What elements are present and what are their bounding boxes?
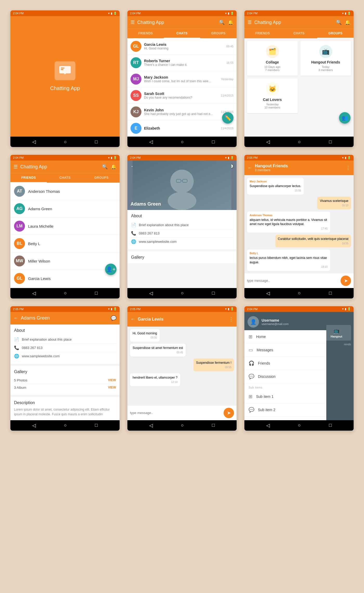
friend-item-betty[interactable]: BL Betty L — [10, 235, 120, 252]
drawer-item-sub2[interactable]: 💬 Sub item 2 — [244, 403, 326, 417]
view-photos-link[interactable]: VIEW — [108, 378, 116, 382]
group-card-hangout[interactable]: 📺 Hangout Friends Today3 members — [300, 41, 351, 76]
group-card-collage[interactable]: 🗂️ Collage 10 Days ago7 members — [247, 41, 298, 76]
bell-icon[interactable]: 🔔 — [228, 20, 233, 25]
svg-rect-2 — [61, 69, 63, 70]
home-icon[interactable]: ○ — [181, 423, 184, 428]
drawer-item-messages[interactable]: ▭ Messages — [244, 343, 326, 357]
tab-friends[interactable]: FRIENDS — [244, 29, 281, 38]
chat-item-elizabeth[interactable]: E Elizabeth 11/4/2015 — [127, 120, 237, 137]
nav-bar-8: ◁ ○ □ — [127, 420, 237, 431]
drawer-item-discussion[interactable]: 💬 Discussion — [244, 370, 326, 383]
menu-icon[interactable]: ☰ — [131, 20, 135, 25]
tab-friends[interactable]: FRIENDS — [10, 173, 47, 183]
friend-item-anderson[interactable]: AT Anderson Thomas — [10, 183, 120, 200]
splash-title: Chatting App — [50, 85, 80, 91]
search-icon[interactable]: 🔍 — [102, 164, 108, 170]
bell-icon[interactable]: 🔔 — [345, 20, 350, 25]
group-card-catlovers[interactable]: 🐱 Cat Lovers Yesterday10 members — [247, 78, 298, 113]
drawer-item-label: Messages — [257, 348, 273, 352]
bell-icon[interactable]: 🔔 — [111, 164, 116, 170]
splash-logo — [55, 61, 75, 80]
message-input-garcia[interactable] — [130, 411, 222, 415]
recents-icon[interactable]: □ — [329, 290, 332, 296]
recents-icon[interactable]: □ — [95, 290, 98, 296]
chat-icon[interactable]: 💬 — [111, 315, 116, 321]
phone-friends: 2:04 PM ▾ ▮ 🔋 ☰ Chatting App 🔍 🔔 FRIENDS… — [10, 155, 120, 298]
recents-icon[interactable]: □ — [329, 139, 332, 145]
back-icon[interactable]: ◁ — [266, 139, 270, 145]
msg-input-bar: ➤ — [244, 273, 354, 288]
msg-text: hendrerit libero et, ullamcorper ? — [133, 375, 178, 380]
home-icon[interactable]: ○ — [298, 290, 301, 296]
view-album-link[interactable]: VIEW — [108, 386, 116, 389]
garcia-msg-1: Hi, Good morning 09:55 — [130, 329, 160, 342]
info-icon: 📄 — [131, 222, 136, 227]
add-friend-fab[interactable]: 👤+ — [105, 264, 116, 275]
drawer-item-friends[interactable]: 🎧 Friends — [244, 357, 326, 370]
send-button[interactable]: ➤ — [341, 276, 351, 286]
more-icon[interactable]: ⋮ — [229, 316, 233, 322]
recents-icon[interactable]: □ — [329, 423, 332, 428]
drawer-item-sub1[interactable]: ⊞ Sub item 1 — [244, 390, 326, 403]
back-icon[interactable]: ◁ — [149, 290, 153, 296]
add-group-fab[interactable]: 👥 — [339, 112, 350, 124]
back-icon[interactable]: ◁ — [32, 423, 36, 428]
back-icon[interactable]: ◁ — [32, 139, 36, 145]
tab-chats[interactable]: CHATS — [281, 29, 317, 38]
home-icon[interactable]: ○ — [181, 139, 184, 145]
compose-fab[interactable]: ✏️ — [222, 112, 233, 124]
gallery-section: Gallery — [127, 251, 237, 263]
back-btn[interactable]: ← — [14, 315, 18, 321]
tab-groups[interactable]: GROUPS — [200, 29, 237, 38]
friend-item-miller[interactable]: MW Miller Wilson — [10, 252, 120, 270]
friend-item-garcia[interactable]: GL Garcia Lewis — [10, 270, 120, 287]
phone-drawer: 2:04 PM ▾ ▮ 🔋 🗂️ Collage 📺 — [244, 306, 354, 431]
send-button-garcia[interactable]: ➤ — [224, 408, 234, 418]
recents-icon[interactable]: □ — [212, 290, 215, 296]
back-btn[interactable]: ← — [131, 316, 135, 322]
search-icon[interactable]: 🔍 — [336, 20, 342, 25]
more-icon[interactable]: ⋮ — [346, 165, 350, 171]
recents-icon[interactable]: □ — [95, 423, 98, 428]
wifi-icon: ▾ — [108, 12, 110, 15]
chat-item-mary[interactable]: MJ Mary Jackson Wish I could come, but I… — [127, 71, 237, 87]
phone-adams-detail: 2:05 PM ▾ ▮ 🔋 ← Adams Green 💬 About 📄 Br… — [10, 306, 120, 431]
drawer-item-home[interactable]: ⊞ Home — [244, 330, 326, 343]
garcia-msg-2: Suspendisse sit amet fermentum est 09:45 — [130, 344, 186, 356]
tabs-groups: FRIENDS CHATS GROUPS — [244, 29, 354, 38]
tab-chats[interactable]: CHATS — [164, 29, 200, 38]
tab-friends[interactable]: FRIENDS — [127, 29, 164, 38]
home-icon[interactable]: ○ — [181, 290, 184, 296]
back-icon[interactable]: ◁ — [266, 290, 270, 296]
msg-3: Anderson Thomas aliquam tellus, id vehic… — [247, 212, 330, 233]
profile-header-adams: ← 💬 Adams Green — [127, 161, 237, 210]
friend-item-laura[interactable]: LM Laura Michelle — [10, 218, 120, 235]
menu-icon[interactable]: ☰ — [14, 164, 18, 170]
chat-item-kevin[interactable]: KJ Kevin John She had probably only just… — [127, 104, 237, 120]
tab-groups[interactable]: GROUPS — [83, 173, 120, 183]
tab-groups[interactable]: GROUPS — [317, 29, 354, 38]
friend-item-adams[interactable]: AG Adams Green — [10, 200, 120, 218]
chat-item-sarah[interactable]: SS Sarah Scott Do you have any recomenda… — [127, 87, 237, 104]
back-icon[interactable]: ◁ — [32, 290, 36, 296]
home-icon[interactable]: ○ — [298, 139, 301, 145]
menu-icon[interactable]: ☰ — [248, 20, 252, 25]
search-icon[interactable]: 🔍 — [219, 20, 225, 25]
chat-item-roberts[interactable]: RT Roberts Turner There's a chance I can… — [127, 55, 237, 71]
chat-item-garcia[interactable]: GL Garcia Lewis Hi, Good morning 09:45 — [127, 38, 237, 55]
chat-preview: She had probably only just got up and ha… — [144, 112, 218, 116]
home-icon[interactable]: ○ — [64, 290, 67, 296]
message-input[interactable] — [247, 279, 339, 283]
back-icon[interactable]: ◁ — [149, 139, 153, 145]
recents-icon[interactable]: □ — [212, 139, 215, 145]
recents-icon[interactable]: □ — [95, 139, 98, 145]
tab-chats[interactable]: CHATS — [47, 173, 83, 183]
back-icon[interactable]: ◁ — [266, 423, 270, 428]
home-icon[interactable]: ○ — [64, 139, 67, 145]
recents-icon[interactable]: □ — [212, 423, 215, 428]
home-icon[interactable]: ○ — [64, 423, 67, 428]
back-icon[interactable]: ◁ — [149, 423, 153, 428]
home-icon[interactable]: ○ — [298, 423, 301, 428]
back-btn[interactable]: ← — [248, 165, 252, 171]
